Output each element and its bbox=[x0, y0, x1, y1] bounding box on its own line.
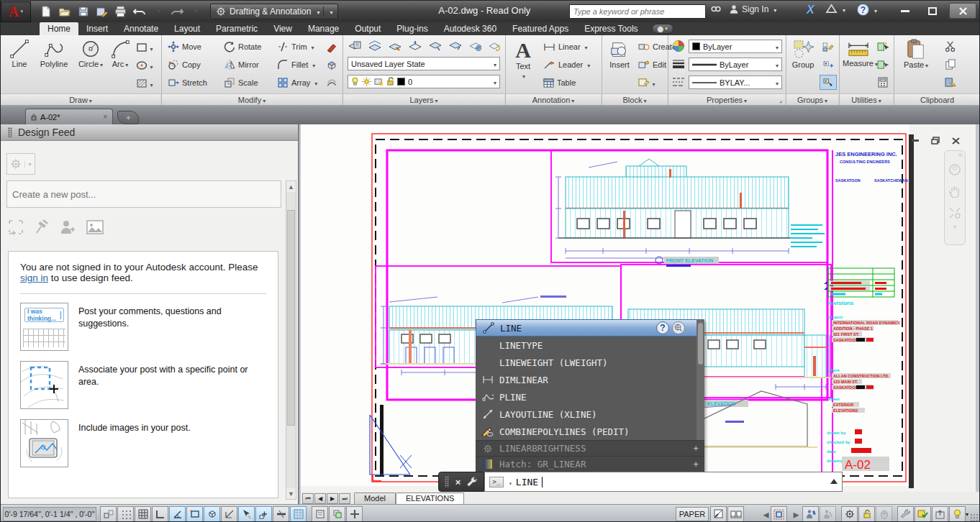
tab-output[interactable]: Output bbox=[347, 22, 389, 35]
transparency-toggle[interactable] bbox=[290, 506, 307, 522]
ribbon-display-toggle[interactable]: ⬤▾ bbox=[652, 24, 673, 34]
panel-label-modify[interactable]: Modify bbox=[162, 93, 342, 105]
table-button[interactable]: Table bbox=[543, 75, 576, 91]
popup-scrollbar[interactable] bbox=[697, 319, 704, 440]
cut-button[interactable] bbox=[942, 39, 959, 54]
search-button[interactable] bbox=[710, 4, 722, 14]
workspace-switcher[interactable]: Drafting & Annotation bbox=[210, 4, 338, 19]
infer-constraints-toggle[interactable] bbox=[100, 506, 117, 522]
quick-select-button[interactable] bbox=[874, 39, 891, 54]
grid-display-toggle[interactable] bbox=[135, 506, 151, 522]
arc-dropdown-icon[interactable] bbox=[124, 60, 128, 68]
sign-in-button[interactable]: Sign In bbox=[729, 4, 776, 14]
group-edit-button[interactable] bbox=[820, 39, 837, 54]
group-button[interactable]: Group bbox=[788, 39, 818, 70]
lineweight-combo[interactable]: ByLayer bbox=[689, 58, 782, 71]
navigation-bar[interactable]: ⊗ ▾ bbox=[944, 150, 966, 245]
command-customize-wrench-icon[interactable] bbox=[467, 477, 478, 487]
quick-view-drawings-button[interactable] bbox=[727, 506, 744, 522]
close-button[interactable] bbox=[949, 3, 976, 19]
navbar-more-icon[interactable]: ▾ bbox=[945, 224, 965, 230]
layer-isolate-button[interactable] bbox=[427, 38, 444, 53]
tab-express-tools[interactable]: Express Tools bbox=[576, 22, 645, 35]
drawing-close-button[interactable] bbox=[947, 134, 964, 147]
pan-hand-icon[interactable] bbox=[945, 180, 965, 202]
steering-wheel-icon[interactable] bbox=[945, 159, 965, 180]
id-point-button[interactable] bbox=[874, 57, 891, 72]
autodesk360-icon[interactable] bbox=[825, 4, 845, 14]
command-close-icon[interactable]: × bbox=[455, 477, 461, 487]
panel-label-properties[interactable]: Properties⌟ bbox=[668, 93, 785, 105]
minimize-button[interactable] bbox=[891, 3, 919, 19]
rotate-button[interactable]: Rotate bbox=[224, 39, 261, 55]
dynamic-ucs-toggle[interactable] bbox=[238, 506, 255, 522]
copy-clip-button[interactable] bbox=[942, 57, 959, 72]
prev-layout-button[interactable]: ◀ bbox=[314, 493, 326, 504]
tab-home[interactable]: Home bbox=[40, 22, 78, 35]
layer-combo[interactable]: 0 bbox=[348, 75, 500, 88]
insert-block-button[interactable]: Insert bbox=[604, 39, 635, 70]
layer-previous-button[interactable] bbox=[407, 38, 424, 53]
tab-parametric[interactable]: Parametric bbox=[208, 22, 266, 35]
group-selection-toggle[interactable] bbox=[820, 75, 837, 90]
circle-button[interactable]: Circle bbox=[76, 38, 106, 69]
properties-launcher-icon[interactable]: ⌟ bbox=[779, 96, 782, 104]
zoom-extents-icon[interactable] bbox=[945, 202, 965, 224]
drawing-restore-button[interactable] bbox=[927, 134, 944, 147]
linetype-combo[interactable]: BYLAY... bbox=[689, 75, 782, 89]
offset-button[interactable] bbox=[323, 75, 340, 91]
measure-button[interactable]: Measure bbox=[843, 39, 874, 68]
circle-dropdown-icon[interactable] bbox=[99, 60, 103, 68]
lineweight-display-toggle[interactable] bbox=[273, 506, 289, 522]
scroll-thumb[interactable] bbox=[287, 210, 295, 426]
scroll-up-arrow[interactable]: ▲ bbox=[286, 181, 296, 192]
suggestion-pline[interactable]: PLINE bbox=[476, 388, 704, 406]
match-properties-button[interactable] bbox=[670, 38, 687, 53]
next-layout-button[interactable]: ▶ bbox=[327, 493, 338, 504]
tab-view[interactable]: View bbox=[266, 22, 300, 35]
quick-calc-button[interactable] bbox=[874, 75, 891, 90]
new-drawing-tab-button[interactable]: ＋ bbox=[117, 111, 139, 124]
suggestion-hatch-gr-linear[interactable]: Hatch: GR_LINEAR+ bbox=[476, 456, 704, 472]
linetype-icon-button[interactable] bbox=[670, 74, 687, 89]
navbar-close-icon[interactable]: ⊗ bbox=[945, 151, 965, 159]
scale-button[interactable]: Scale bbox=[224, 75, 258, 91]
dimension-linear-button[interactable]: Linear bbox=[543, 39, 588, 55]
hatch-tool-button[interactable] bbox=[136, 75, 153, 91]
drawing-minimize-button[interactable] bbox=[907, 134, 924, 147]
stretch-button[interactable]: Stretch bbox=[168, 75, 207, 91]
erase-button[interactable] bbox=[323, 40, 340, 55]
trusted-locations-button[interactable] bbox=[915, 506, 931, 522]
mirror-button[interactable]: Mirror bbox=[224, 57, 259, 73]
suggestion-linearbrightness[interactable]: LINEARBRIGHTNESS+ bbox=[476, 440, 704, 456]
design-feed-titlebar[interactable]: Design Feed bbox=[1, 124, 298, 141]
edit-attributes-button[interactable] bbox=[638, 75, 655, 90]
file-tab-a02[interactable]: A-02* × bbox=[25, 109, 113, 124]
redo-button[interactable] bbox=[168, 4, 186, 19]
object-color-combo[interactable]: ByLayer bbox=[689, 40, 782, 53]
palette-grip[interactable] bbox=[8, 127, 12, 137]
leader-button[interactable]: Leader bbox=[543, 57, 590, 73]
panel-label-block[interactable]: Block bbox=[602, 93, 667, 105]
suggestion-dimlinear[interactable]: DIMLINEAR bbox=[476, 371, 704, 388]
new-button[interactable] bbox=[37, 4, 55, 19]
tab-insert[interactable]: Insert bbox=[78, 22, 116, 35]
panel-label-annotation[interactable]: Annotation bbox=[506, 93, 601, 105]
annotation-scale-button[interactable] bbox=[841, 506, 858, 522]
snap-mode-toggle[interactable] bbox=[117, 506, 134, 522]
panel-label-draw[interactable]: Draw bbox=[1, 93, 160, 105]
post-area-select-icon[interactable] bbox=[6, 218, 25, 237]
suggestion-linetype[interactable]: LINETYPE bbox=[476, 336, 704, 354]
command-help-icon[interactable]: ? bbox=[656, 321, 669, 334]
tab-manage[interactable]: Manage bbox=[300, 22, 347, 35]
post-image-icon[interactable] bbox=[86, 218, 104, 237]
undo-button[interactable] bbox=[130, 4, 148, 19]
file-tab-close-icon[interactable]: × bbox=[103, 113, 107, 121]
rectangle-tool-button[interactable] bbox=[136, 40, 153, 55]
copy-button[interactable]: Copy bbox=[168, 57, 201, 73]
layer-freeze-button[interactable] bbox=[467, 38, 484, 53]
help-search-input[interactable] bbox=[569, 4, 706, 19]
layer-unisolate-button[interactable] bbox=[447, 38, 464, 53]
quick-properties-toggle[interactable] bbox=[312, 506, 328, 522]
save-as-button[interactable] bbox=[93, 4, 111, 19]
